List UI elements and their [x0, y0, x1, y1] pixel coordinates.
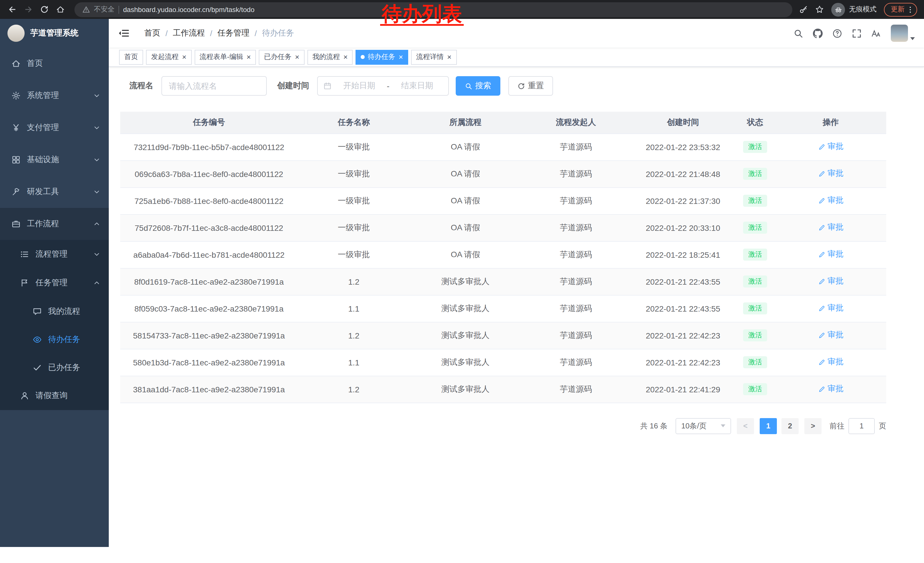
sidebar-item-my-process[interactable]: 我的流程	[0, 297, 109, 325]
status-badge: 激活	[743, 275, 767, 288]
update-label: 更新	[891, 5, 904, 14]
fullscreen-icon[interactable]	[852, 29, 862, 38]
tab-close-icon[interactable]: ×	[344, 53, 348, 61]
tab-form-edit[interactable]: 流程表单-编辑×	[194, 50, 256, 65]
cell-flow: OA 请假	[410, 214, 521, 241]
column-header: 流程发起人	[521, 112, 631, 134]
cell-id: 8f059c03-7ac8-11ec-a9e2-a2380e71991a	[120, 295, 298, 322]
update-button[interactable]: 更新	[884, 3, 917, 17]
tab-todo-task[interactable]: 待办任务×	[356, 50, 408, 65]
status-badge: 激活	[743, 302, 767, 314]
tab-start-process[interactable]: 发起流程×	[146, 50, 192, 65]
viewport: 不安全 dashboard.yudao.iocoder.cn/bpm/task/…	[0, 0, 924, 563]
end-date-placeholder[interactable]: 结束日期	[392, 81, 442, 91]
tab-home[interactable]: 首页	[119, 50, 143, 65]
goto-page-input[interactable]	[848, 418, 875, 434]
page-button-1[interactable]: 1	[760, 418, 777, 434]
next-page-button[interactable]: >	[804, 418, 822, 434]
search-button[interactable]: 搜索	[456, 76, 500, 96]
font-size-icon[interactable]	[872, 29, 881, 38]
pencil-icon	[818, 197, 825, 204]
task-table: 任务编号任务名称所属流程流程发起人创建时间状态操作 73211d9d-7b9b-…	[120, 112, 886, 403]
sidebar-item-home[interactable]: 首页	[0, 48, 109, 80]
sidebar-item-label: 流程管理	[36, 249, 68, 260]
approve-link[interactable]: 审批	[818, 249, 844, 260]
prev-page-button[interactable]: <	[737, 418, 754, 434]
search-icon[interactable]	[794, 29, 803, 38]
content: 流程名 创建时间 开始日期 - 结束日期 搜索 重	[109, 67, 924, 563]
sidebar-item-devtools[interactable]: 研发工具	[0, 176, 109, 208]
tab-my-process[interactable]: 我的流程×	[308, 50, 353, 65]
user-avatar[interactable]	[891, 25, 915, 42]
date-range-picker[interactable]: 开始日期 - 结束日期	[317, 76, 449, 96]
column-header: 状态	[735, 112, 775, 134]
cell-status: 激活	[735, 214, 775, 241]
sidebar-item-process-mgmt[interactable]: 流程管理	[0, 240, 109, 269]
start-date-placeholder[interactable]: 开始日期	[334, 81, 384, 91]
approve-link[interactable]: 审批	[818, 142, 844, 152]
tab-label: 流程表单-编辑	[200, 52, 243, 62]
tab-process-detail[interactable]: 流程详情×	[411, 50, 456, 65]
process-name-input[interactable]	[162, 76, 267, 96]
cell-status: 激活	[735, 187, 775, 214]
sidebar-item-infra[interactable]: 基础设施	[0, 144, 109, 176]
pencil-icon	[818, 170, 825, 177]
tab-close-icon[interactable]: ×	[399, 53, 403, 61]
sidebar-item-label: 任务管理	[36, 278, 68, 288]
help-icon[interactable]	[832, 29, 842, 38]
chevron-down-icon	[93, 124, 100, 131]
approve-link[interactable]: 审批	[818, 276, 844, 287]
page-button-2[interactable]: 2	[782, 418, 799, 434]
tab-close-icon[interactable]: ×	[447, 53, 452, 61]
pencil-icon	[818, 359, 825, 366]
collapse-sidebar-icon[interactable]	[118, 27, 129, 39]
breadcrumb-separator: /	[210, 29, 212, 38]
breadcrumb-item[interactable]: 任务管理	[218, 28, 250, 38]
approve-link[interactable]: 审批	[818, 222, 844, 233]
reload-icon[interactable]	[37, 2, 51, 17]
browser-home-icon[interactable]	[52, 2, 68, 17]
url-text: dashboard.yudao.iocoder.cn/bpm/task/todo	[123, 6, 255, 14]
sidebar-item-task-mgmt[interactable]: 任务管理	[0, 269, 109, 297]
approve-link[interactable]: 审批	[818, 384, 844, 394]
chevron-up-icon	[93, 221, 100, 227]
cell-name: 1.1	[298, 349, 410, 376]
sidebar-item-workflow[interactable]: 工作流程	[0, 208, 109, 240]
cell-id: 58154733-7ac8-11ec-a9e2-a2380e71991a	[120, 322, 298, 349]
goto-label: 前往	[830, 421, 844, 431]
tab-close-icon[interactable]: ×	[295, 53, 299, 61]
tab-close-icon[interactable]: ×	[182, 53, 186, 61]
github-icon[interactable]	[813, 29, 823, 38]
sidebar-item-todo-task[interactable]: 待办任务	[0, 325, 109, 353]
approve-link[interactable]: 审批	[818, 195, 844, 206]
page-list: 12	[760, 418, 799, 434]
sidebar-item-leave-query[interactable]: 请假查询	[0, 381, 109, 410]
approve-link-label: 审批	[828, 142, 844, 152]
reset-button[interactable]: 重置	[508, 76, 553, 96]
tab-label: 首页	[124, 52, 138, 62]
approve-link[interactable]: 审批	[818, 357, 844, 368]
sidebar-item-system[interactable]: 系统管理	[0, 80, 109, 112]
approve-link[interactable]: 审批	[818, 330, 844, 341]
sidebar-item-done-task[interactable]: 已办任务	[0, 353, 109, 381]
breadcrumb-item[interactable]: 工作流程	[173, 28, 205, 38]
forward-icon[interactable]	[21, 2, 36, 17]
bookmark-star-icon[interactable]	[815, 5, 824, 14]
tab-done-task[interactable]: 已办任务×	[259, 50, 304, 65]
kebab-menu-icon[interactable]	[906, 6, 914, 14]
divider	[118, 6, 119, 14]
cell-time: 2022-01-22 21:37:30	[631, 187, 735, 214]
back-icon[interactable]	[4, 2, 20, 17]
approve-link[interactable]: 审批	[818, 169, 844, 179]
key-icon[interactable]	[799, 5, 808, 14]
page-size-select[interactable]: 10条/页	[675, 418, 731, 434]
cell-name: 一级审批	[298, 134, 410, 161]
sidebar-item-payment[interactable]: 支付管理	[0, 112, 109, 144]
pencil-icon	[818, 251, 825, 258]
sidebar-item-label: 支付管理	[27, 123, 59, 133]
tab-close-icon[interactable]: ×	[246, 53, 251, 61]
approve-link-label: 审批	[828, 384, 844, 394]
approve-link[interactable]: 审批	[818, 303, 844, 314]
gear-icon	[12, 91, 21, 100]
breadcrumb-item[interactable]: 首页	[144, 28, 160, 38]
